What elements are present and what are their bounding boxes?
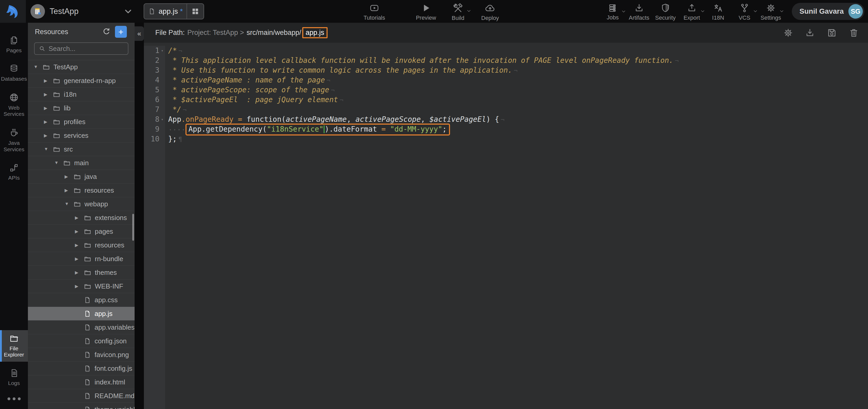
tree-folder-web-inf[interactable]: ▶ WEB-INF xyxy=(28,280,134,293)
tree-folder-resources[interactable]: ▶ resources xyxy=(28,183,134,197)
editor-download-download-icon[interactable] xyxy=(805,28,815,38)
add-resource-button[interactable]: + xyxy=(115,26,127,38)
tree-expand-arrow[interactable]: ▶ xyxy=(44,78,53,84)
tree-folder-icon xyxy=(84,214,91,222)
tree-collapse-arrow[interactable]: ▼ xyxy=(34,64,42,69)
breadcrumb-path: src/main/webapp/ xyxy=(246,29,301,37)
vcs-button[interactable]: VCS xyxy=(734,2,755,21)
tree-expand-arrow[interactable]: ▶ xyxy=(75,284,84,289)
sidebar-scrollbar-thumb[interactable] xyxy=(132,214,134,241)
search-icon xyxy=(39,45,45,52)
tree-file-index-html[interactable]: index.html xyxy=(28,375,134,389)
code-lines: /*¬ * This application level callback fu… xyxy=(165,46,679,409)
project-switcher[interactable]: TestApp xyxy=(30,0,79,23)
settings-button[interactable]: Settings xyxy=(760,2,782,21)
file-icon xyxy=(84,324,91,331)
fold-marker-icon[interactable]: ▾ xyxy=(159,46,165,56)
open-file-tab[interactable]: app.js * xyxy=(144,3,204,20)
tree-expand-arrow[interactable]: ▶ xyxy=(65,188,73,193)
tree-folder-resources[interactable]: ▶ resources xyxy=(28,238,134,252)
tree-expand-arrow[interactable]: ▶ xyxy=(75,215,84,221)
preview-button[interactable]: Preview xyxy=(415,2,437,21)
tree-expand-arrow[interactable]: ▶ xyxy=(65,174,73,179)
tree-folder-testapp[interactable]: ▼ TestApp xyxy=(28,60,134,74)
grid-icon[interactable] xyxy=(187,4,204,19)
build-button[interactable]: Build xyxy=(447,1,469,22)
tree-folder-java[interactable]: ▶ java xyxy=(28,170,134,183)
tree-expand-arrow[interactable]: ▶ xyxy=(75,242,84,248)
jobs-button[interactable]: Jobs xyxy=(602,2,624,21)
code-line-3: * Use this function to write common logi… xyxy=(168,65,679,75)
rail-item-file-explorer[interactable]: File Explorer xyxy=(0,330,28,362)
tutorials-button[interactable]: Tutorials xyxy=(363,2,385,21)
tree-collapse-arrow[interactable]: ▼ xyxy=(65,201,73,207)
rail-item-java-services[interactable]: Java Services xyxy=(0,124,28,156)
tree-folder-src[interactable]: ▼ src xyxy=(28,142,134,156)
tree-folder-lib[interactable]: ▶ lib xyxy=(28,101,134,115)
export-button[interactable]: Export xyxy=(681,2,703,21)
editor-delete-trash-icon[interactable] xyxy=(849,28,859,38)
tree-file-app-variables-js[interactable]: app.variables.js xyxy=(28,321,134,334)
artifacts-button[interactable]: Artifacts xyxy=(628,2,650,21)
folder-icon xyxy=(9,334,19,343)
tree-folder-webapp[interactable]: ▼ webapp xyxy=(28,197,134,211)
refresh-icon[interactable] xyxy=(102,27,111,36)
tree-folder-profiles[interactable]: ▶ profiles xyxy=(28,115,134,129)
editor-save-save-icon[interactable] xyxy=(827,28,837,38)
code-area[interactable]: 1 ▾ 2 3 4 5 6 7 8 ▾ 9 10 /*¬ * This appl… xyxy=(144,43,868,409)
api-icon xyxy=(9,163,19,172)
tree-collapse-arrow[interactable]: ▼ xyxy=(44,147,53,152)
eol-marker: ¬ xyxy=(512,67,518,74)
tree-expand-arrow[interactable]: ▶ xyxy=(44,119,53,125)
chevron-down-icon xyxy=(700,9,705,13)
tree-folder-pages[interactable]: ▶ pages xyxy=(28,225,134,238)
tree-collapse-arrow[interactable]: ▼ xyxy=(54,160,63,166)
tree-folder-services[interactable]: ▶ services xyxy=(28,129,134,142)
tree-folder-themes[interactable]: ▶ themes xyxy=(28,266,134,280)
artifacts-label: Artifacts xyxy=(629,14,649,21)
search-input[interactable] xyxy=(49,45,135,53)
branch-icon xyxy=(740,3,749,13)
tree-expand-arrow[interactable]: ▶ xyxy=(44,133,53,138)
rail-item-databases[interactable]: Databases xyxy=(0,60,28,86)
tree-file-readme-md[interactable]: README.md xyxy=(28,389,134,403)
rail-item-web-services[interactable]: Web Services xyxy=(0,89,28,121)
rail-item-logs[interactable]: Logs xyxy=(0,365,28,390)
file-icon xyxy=(84,392,91,400)
tree-item-label: TestApp xyxy=(54,63,78,71)
tree-expand-arrow[interactable]: ▶ xyxy=(44,92,53,97)
editor-settings-gear-icon[interactable] xyxy=(783,28,793,38)
tree-folder-extensions[interactable]: ▶ extensions xyxy=(28,211,134,225)
editor-header: File Path: Project: TestApp > src/main/w… xyxy=(144,23,868,43)
tree-expand-arrow[interactable]: ▶ xyxy=(75,270,84,275)
avatar: SG xyxy=(848,4,863,19)
tree-file-theme-variables[interactable]: theme.variables xyxy=(28,403,134,409)
collapse-panel-button[interactable]: « xyxy=(134,26,144,41)
rail-item-apis[interactable]: APIs xyxy=(0,159,28,185)
fold-marker-icon[interactable]: ▾ xyxy=(159,115,165,124)
i18n-button[interactable]: I18N xyxy=(707,2,729,21)
tree-folder-rn-bundle[interactable]: ▶ rn-bundle xyxy=(28,252,134,266)
project-chevron-down-icon[interactable] xyxy=(123,7,133,16)
tree-folder-i18n[interactable]: ▶ i18n xyxy=(28,88,134,101)
tree-file-app-js[interactable]: app.js xyxy=(28,307,134,321)
tree-folder-main[interactable]: ▼ main xyxy=(28,156,134,170)
youtube-icon xyxy=(369,3,379,13)
tree-expand-arrow[interactable]: ▶ xyxy=(44,106,53,111)
tree-file-config-json[interactable]: config.json xyxy=(28,334,134,348)
tree-expand-arrow[interactable]: ▶ xyxy=(75,229,84,234)
security-button[interactable]: Security xyxy=(654,2,677,21)
rail-item-pages[interactable]: Pages xyxy=(0,32,28,57)
tree-file-font-config-js[interactable]: font.config.js xyxy=(28,362,134,375)
tree-item-label: app.variables.js xyxy=(95,323,134,331)
build-label: Build xyxy=(452,15,464,22)
user-menu[interactable]: Sunil Gavara SG xyxy=(792,3,864,20)
ellipsis-icon[interactable] xyxy=(0,397,28,400)
app-logo[interactable] xyxy=(0,0,26,23)
deploy-button[interactable]: Deploy xyxy=(479,1,501,22)
tree-file-favicon-png[interactable]: favicon.png xyxy=(28,348,134,362)
tree-folder-generated-rn-app[interactable]: ▶ generated-rn-app xyxy=(28,74,134,88)
tree-expand-arrow[interactable]: ▶ xyxy=(75,256,84,262)
tree-file-app-css[interactable]: app.css xyxy=(28,293,134,307)
top-bar: TestApp app.js * Tutorials Preview Build xyxy=(0,0,868,23)
